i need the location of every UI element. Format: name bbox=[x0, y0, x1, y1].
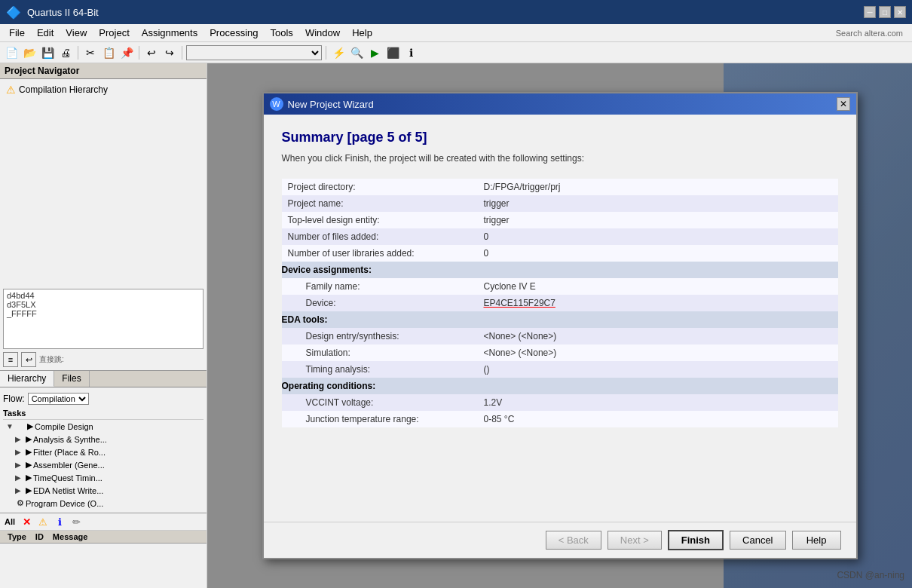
toolbar-entity-select[interactable] bbox=[186, 45, 322, 60]
toolbar-info[interactable]: ℹ bbox=[402, 44, 419, 61]
summary-label-0: Project directory: bbox=[282, 179, 478, 195]
summary-label-6: Family name: bbox=[282, 278, 478, 295]
toolbar-paste[interactable]: 📌 bbox=[118, 44, 135, 61]
toolbar-start[interactable]: ▶ bbox=[366, 44, 383, 61]
summary-value-1: trigger bbox=[478, 195, 838, 212]
msg-all-btn[interactable]: All bbox=[3, 515, 17, 528]
summary-label-9: Design entry/synthesis: bbox=[282, 328, 478, 345]
summary-value-0: D:/FPGA/trigger/prj bbox=[478, 179, 838, 195]
app-logo-icon: 🔷 bbox=[6, 5, 21, 20]
task-program-label: Program Device (O... bbox=[26, 499, 103, 508]
dialog-heading: Summary [page 5 of 5] bbox=[282, 130, 838, 145]
menu-assignments[interactable]: Assignments bbox=[136, 26, 204, 40]
menu-processing[interactable]: Processing bbox=[204, 26, 264, 40]
tab-hierarchy[interactable]: Hierarchy bbox=[0, 371, 54, 387]
cancel-button[interactable]: Cancel bbox=[730, 531, 785, 550]
task-expand-icon: ▼ bbox=[6, 422, 15, 430]
message-panel: All ✕ ⚠ ℹ ✏ Type ID Message bbox=[0, 513, 207, 588]
title-bar-left: 🔷 Quartus II 64-Bit bbox=[6, 5, 99, 20]
summary-value-4: 0 bbox=[478, 245, 838, 262]
menu-tools[interactable]: Tools bbox=[265, 26, 299, 40]
task-expand-icon-2: ▶ bbox=[15, 435, 24, 443]
summary-label-1: Project name: bbox=[282, 195, 478, 212]
task-compile-design[interactable]: ▼ ▶ Compile Design bbox=[3, 420, 204, 433]
task-assembler[interactable]: ▶ ▶ Assembler (Gene... bbox=[3, 458, 204, 471]
toolbar-sep-1 bbox=[78, 46, 78, 60]
next-button[interactable]: Next > bbox=[607, 531, 662, 550]
toolbar-cut[interactable]: ✂ bbox=[82, 44, 99, 61]
maximize-button[interactable]: □ bbox=[879, 6, 891, 18]
toolbar: 📄 📂 💾 🖨 ✂ 📋 📌 ↩ ↪ ⚡ 🔍 ▶ ⬛ ℹ bbox=[0, 42, 912, 63]
help-button[interactable]: Help bbox=[792, 531, 841, 550]
toolbar-print[interactable]: 🖨 bbox=[57, 44, 74, 61]
code-text-area: d4bd44 d3F5LX _FFFFF bbox=[3, 289, 204, 349]
task-expand-icon-4: ▶ bbox=[15, 461, 24, 469]
task-eda-netlist[interactable]: ▶ ▶ EDA Netlist Write... bbox=[3, 484, 204, 497]
task-timequest[interactable]: ▶ ▶ TimeQuest Timin... bbox=[3, 471, 204, 484]
toolbar-save[interactable]: 💾 bbox=[39, 44, 56, 61]
toolbar-open[interactable]: 📂 bbox=[21, 44, 38, 61]
close-button[interactable]: ✕ bbox=[894, 6, 906, 18]
menu-window[interactable]: Window bbox=[299, 26, 346, 40]
dialog-body: Summary [page 5 of 5] When you click Fin… bbox=[264, 115, 856, 522]
dialog-close-button[interactable]: ✕ bbox=[837, 97, 850, 111]
msg-warning-btn[interactable]: ⚠ bbox=[36, 515, 50, 528]
new-project-wizard-dialog: W New Project Wizard ✕ Summary [page 5 o… bbox=[262, 92, 858, 559]
back-button[interactable]: < Back bbox=[546, 531, 601, 550]
toolbar-undo[interactable]: ↩ bbox=[143, 44, 160, 61]
flow-label-row: Flow: Compilation bbox=[3, 390, 204, 407]
nav-btn-2[interactable]: ↩ bbox=[21, 352, 36, 367]
tab-bar: Hierarchy Files bbox=[0, 371, 207, 387]
summary-label-3: Number of files added: bbox=[282, 228, 478, 245]
task-expand-icon-6: ▶ bbox=[15, 486, 24, 495]
tab-files[interactable]: Files bbox=[54, 371, 89, 387]
task-program-device[interactable]: ⚙ Program Device (O... bbox=[3, 497, 204, 510]
msg-error-btn[interactable]: ✕ bbox=[20, 515, 33, 528]
summary-label-11: Timing analysis: bbox=[282, 361, 478, 378]
summary-label-14: Junction temperature range: bbox=[282, 411, 478, 427]
menu-view[interactable]: View bbox=[60, 26, 93, 40]
search-bar: Search altera.com bbox=[836, 29, 909, 38]
task-analysis[interactable]: ▶ ▶ Analysis & Synthe... bbox=[3, 433, 204, 446]
msg-table-header: Type ID Message bbox=[0, 531, 207, 544]
summary-label-2: Top-level design entity: bbox=[282, 212, 478, 228]
toolbar-sep-2 bbox=[139, 46, 139, 60]
app-window: 🔷 Quartus II 64-Bit ─ □ ✕ File Edit View… bbox=[0, 0, 912, 588]
tasks-col-header: Tasks bbox=[3, 409, 26, 418]
nav-label-1: 直接跳: bbox=[39, 354, 64, 365]
menu-edit[interactable]: Edit bbox=[31, 26, 60, 40]
summary-label-4: Number of user libraries added: bbox=[282, 245, 478, 262]
flow-select[interactable]: Compilation bbox=[28, 393, 89, 405]
tasks-list: Tasks ▼ ▶ Compile Design ▶ ▶ Analysis & … bbox=[3, 407, 204, 510]
finish-button[interactable]: Finish bbox=[668, 530, 724, 550]
warning-icon: ⚠ bbox=[6, 84, 16, 96]
title-bar: 🔷 Quartus II 64-Bit ─ □ ✕ bbox=[0, 0, 912, 24]
navigator-title-text: Project Navigator bbox=[5, 66, 79, 76]
task-arrow-icon-5: ▶ bbox=[26, 473, 32, 482]
summary-label-5: Device assignments: bbox=[282, 262, 838, 278]
dialog-wizard-icon: W bbox=[270, 97, 283, 111]
compilation-hierarchy-item[interactable]: ⚠ Compilation Hierarchy bbox=[3, 82, 204, 97]
app-title: Quartus II 64-Bit bbox=[27, 7, 99, 18]
msg-col-type: Type bbox=[3, 532, 31, 541]
msg-info-btn[interactable]: ℹ bbox=[53, 515, 66, 528]
minimize-button[interactable]: ─ bbox=[864, 6, 876, 18]
toolbar-stop[interactable]: ⬛ bbox=[384, 44, 401, 61]
task-fitter[interactable]: ▶ ▶ Fitter (Place & Ro... bbox=[3, 446, 204, 458]
msg-note-btn[interactable]: ✏ bbox=[69, 515, 83, 528]
menu-bar: File Edit View Project Assignments Proce… bbox=[0, 24, 912, 42]
toolbar-analyze[interactable]: 🔍 bbox=[348, 44, 365, 61]
toolbar-copy[interactable]: 📋 bbox=[100, 44, 117, 61]
toolbar-redo[interactable]: ↪ bbox=[161, 44, 178, 61]
toolbar-new[interactable]: 📄 bbox=[3, 44, 20, 61]
menu-file[interactable]: File bbox=[3, 26, 31, 40]
task-fitter-label: Fitter (Place & Ro... bbox=[33, 448, 106, 457]
summary-value-7: EP4CE115F29C7 bbox=[478, 295, 838, 311]
menu-project[interactable]: Project bbox=[93, 26, 135, 40]
task-expand-icon-5: ▶ bbox=[15, 473, 24, 482]
menu-help[interactable]: Help bbox=[346, 26, 378, 40]
msg-col-id: ID bbox=[31, 532, 48, 541]
nav-btn-1[interactable]: ≡ bbox=[3, 352, 18, 367]
dialog-subtext: When you click Finish, the project will … bbox=[282, 153, 838, 164]
toolbar-compile[interactable]: ⚡ bbox=[330, 44, 347, 61]
